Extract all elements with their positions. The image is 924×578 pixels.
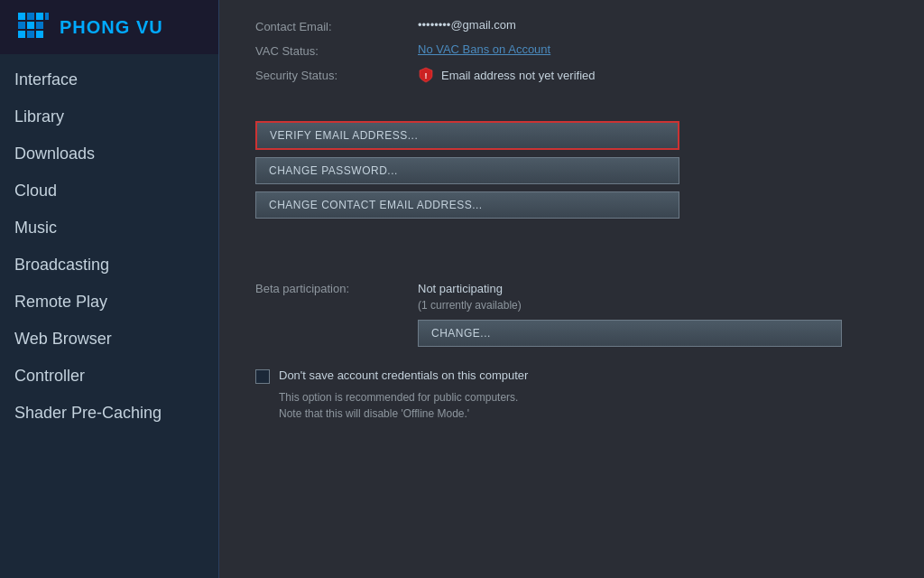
- svg-rect-7: [36, 22, 43, 29]
- beta-status: Not participating (1 currently available…: [418, 280, 842, 312]
- vac-status-link[interactable]: No VAC Bans on Account: [418, 42, 550, 56]
- checkbox-row: Don't save account credentials on this c…: [255, 368, 888, 384]
- checkbox-note: This option is recommended for public co…: [279, 389, 888, 422]
- sidebar-item-web-browser[interactable]: Web Browser: [0, 321, 218, 358]
- logo-icon: [14, 9, 51, 45]
- verify-email-button[interactable]: VERIFY EMAIL ADDRESS...: [255, 121, 679, 150]
- content-area: Contact Email: ••••••••@gmail.com VAC St…: [219, 0, 924, 440]
- sidebar-item-music[interactable]: Music: [0, 210, 218, 247]
- sidebar: PHONG VU Interface Library Downloads Clo…: [0, 0, 219, 578]
- svg-rect-8: [18, 31, 25, 38]
- beta-label: Beta participation:: [255, 280, 418, 295]
- shield-icon: !: [418, 67, 434, 83]
- vac-status-row: VAC Status: No VAC Bans on Account: [255, 42, 888, 58]
- svg-rect-2: [27, 13, 34, 20]
- svg-text:!: !: [425, 71, 428, 80]
- beta-values: Not participating (1 currently available…: [418, 280, 842, 347]
- sidebar-item-library[interactable]: Library: [0, 98, 218, 135]
- vac-status-label: VAC Status:: [255, 42, 418, 58]
- svg-rect-9: [27, 31, 34, 38]
- change-email-row: CHANGE CONTACT EMAIL ADDRESS...: [255, 191, 888, 219]
- contact-email-label: Contact Email:: [255, 18, 418, 33]
- svg-rect-5: [18, 22, 25, 29]
- checkbox-note-line1: This option is recommended for public co…: [279, 391, 518, 404]
- logo-area: PHONG VU: [0, 0, 218, 54]
- main-content: Contact Email: ••••••••@gmail.com VAC St…: [219, 0, 924, 578]
- logo-text: PHONG VU: [60, 17, 163, 38]
- security-status-value: ! Email address not yet verified: [418, 67, 596, 83]
- sidebar-navigation: Interface Library Downloads Cloud Music …: [0, 54, 218, 432]
- svg-rect-10: [36, 31, 43, 38]
- change-email-button[interactable]: CHANGE CONTACT EMAIL ADDRESS...: [255, 191, 679, 219]
- credentials-checkbox[interactable]: [255, 369, 270, 384]
- checkbox-note-line2: Note that this will disable 'Offline Mod…: [279, 407, 469, 420]
- contact-email-value: ••••••••@gmail.com: [418, 18, 516, 32]
- svg-rect-4: [45, 13, 49, 20]
- sidebar-item-shader-pre-caching[interactable]: Shader Pre-Caching: [0, 395, 218, 432]
- change-beta-button[interactable]: CHANGE...: [418, 320, 842, 347]
- beta-value: Not participating: [418, 282, 503, 295]
- sidebar-item-interface[interactable]: Interface: [0, 61, 218, 98]
- beta-participation-row: Beta participation: Not participating (1…: [255, 280, 888, 347]
- svg-rect-6: [27, 22, 34, 29]
- sidebar-item-cloud[interactable]: Cloud: [0, 172, 218, 210]
- change-password-button[interactable]: CHANGE PASSWORD...: [255, 157, 679, 184]
- sidebar-item-controller[interactable]: Controller: [0, 358, 218, 395]
- beta-sub: (1 currently available): [418, 299, 522, 312]
- sidebar-item-downloads[interactable]: Downloads: [0, 135, 218, 172]
- security-status-label: Security Status:: [255, 67, 418, 82]
- contact-email-row: Contact Email: ••••••••@gmail.com: [255, 18, 888, 33]
- svg-rect-1: [18, 13, 25, 20]
- sidebar-item-remote-play[interactable]: Remote Play: [0, 284, 218, 321]
- svg-rect-3: [36, 13, 43, 20]
- verify-email-row: VERIFY EMAIL ADDRESS...: [255, 121, 888, 150]
- security-status-text: Email address not yet verified: [441, 69, 596, 82]
- security-status-row: Security Status: ! Email address not yet…: [255, 67, 888, 83]
- sidebar-item-broadcasting[interactable]: Broadcasting: [0, 247, 218, 284]
- change-password-row: CHANGE PASSWORD...: [255, 157, 888, 184]
- checkbox-label: Don't save account credentials on this c…: [279, 368, 528, 382]
